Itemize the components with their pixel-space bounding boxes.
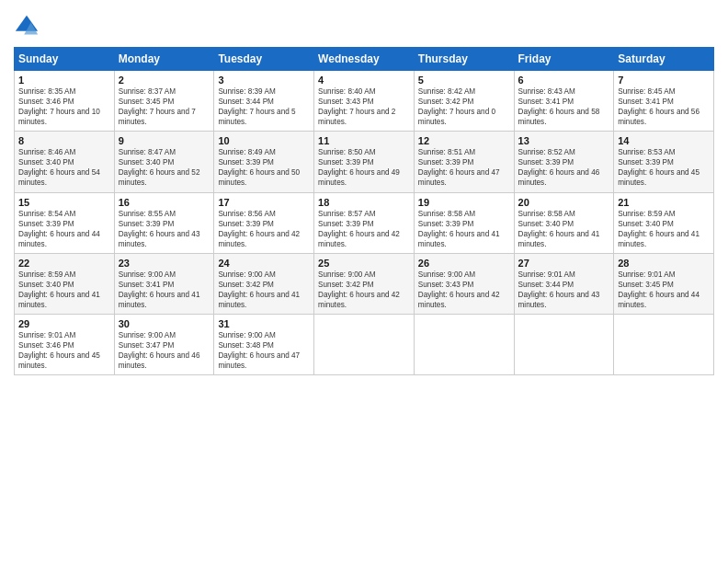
day-info: Sunrise: 8:47 AMSunset: 3:40 PMDaylight:… — [119, 147, 210, 188]
day-number: 17 — [218, 197, 310, 208]
day-number: 31 — [218, 318, 310, 329]
calendar-cell: 20Sunrise: 8:58 AMSunset: 3:40 PMDayligh… — [514, 192, 614, 253]
day-number: 24 — [218, 258, 310, 269]
day-number: 8 — [18, 135, 110, 146]
calendar-cell: 5Sunrise: 8:42 AMSunset: 3:42 PMDaylight… — [414, 71, 514, 132]
day-info: Sunrise: 8:40 AMSunset: 3:43 PMDaylight:… — [318, 86, 410, 127]
calendar-cell: 2Sunrise: 8:37 AMSunset: 3:45 PMDaylight… — [114, 71, 214, 132]
calendar-header-row: SundayMondayTuesdayWednesdayThursdayFrid… — [15, 48, 714, 71]
day-info: Sunrise: 9:00 AMSunset: 3:43 PMDaylight:… — [418, 270, 510, 310]
day-info: Sunrise: 8:59 AMSunset: 3:40 PMDaylight:… — [618, 209, 710, 249]
day-info: Sunrise: 8:56 AMSunset: 3:39 PMDaylight:… — [218, 209, 310, 249]
calendar-cell: 12Sunrise: 8:51 AMSunset: 3:39 PMDayligh… — [414, 132, 514, 192]
day-info: Sunrise: 8:37 AMSunset: 3:45 PMDaylight:… — [119, 86, 210, 127]
day-number: 6 — [518, 75, 610, 86]
day-info: Sunrise: 8:58 AMSunset: 3:39 PMDaylight:… — [418, 209, 510, 249]
day-number: 19 — [418, 197, 510, 208]
calendar-cell: 6Sunrise: 8:43 AMSunset: 3:41 PMDaylight… — [514, 71, 614, 132]
calendar-cell: 22Sunrise: 8:59 AMSunset: 3:40 PMDayligh… — [15, 253, 115, 314]
day-number: 7 — [618, 75, 710, 86]
calendar-header-sunday: Sunday — [15, 48, 115, 71]
day-number: 21 — [618, 197, 710, 208]
day-number: 1 — [18, 75, 110, 86]
calendar-cell: 21Sunrise: 8:59 AMSunset: 3:40 PMDayligh… — [614, 192, 714, 253]
calendar-header-tuesday: Tuesday — [214, 48, 314, 71]
day-number: 15 — [18, 197, 110, 208]
day-number: 27 — [518, 258, 610, 269]
day-info: Sunrise: 8:58 AMSunset: 3:40 PMDaylight:… — [518, 209, 610, 249]
day-number: 9 — [119, 135, 210, 146]
calendar-cell: 23Sunrise: 9:00 AMSunset: 3:41 PMDayligh… — [114, 253, 214, 314]
day-info: Sunrise: 9:00 AMSunset: 3:42 PMDaylight:… — [318, 270, 410, 310]
calendar-cell: 15Sunrise: 8:54 AMSunset: 3:39 PMDayligh… — [15, 192, 115, 253]
calendar-week-row: 29Sunrise: 9:01 AMSunset: 3:46 PMDayligh… — [15, 315, 714, 375]
calendar-cell — [514, 315, 614, 375]
day-info: Sunrise: 9:00 AMSunset: 3:47 PMDaylight:… — [119, 330, 210, 371]
day-info: Sunrise: 9:00 AMSunset: 3:48 PMDaylight:… — [218, 330, 310, 371]
calendar-cell: 13Sunrise: 8:52 AMSunset: 3:39 PMDayligh… — [514, 132, 614, 192]
day-info: Sunrise: 9:01 AMSunset: 3:45 PMDaylight:… — [618, 270, 710, 310]
calendar-cell: 27Sunrise: 9:01 AMSunset: 3:44 PMDayligh… — [514, 253, 614, 314]
calendar-cell: 7Sunrise: 8:45 AMSunset: 3:41 PMDaylight… — [614, 71, 714, 132]
day-info: Sunrise: 9:01 AMSunset: 3:46 PMDaylight:… — [18, 330, 110, 371]
day-info: Sunrise: 9:00 AMSunset: 3:41 PMDaylight:… — [119, 270, 210, 310]
calendar-cell: 17Sunrise: 8:56 AMSunset: 3:39 PMDayligh… — [214, 192, 314, 253]
calendar-cell: 4Sunrise: 8:40 AMSunset: 3:43 PMDaylight… — [314, 71, 415, 132]
calendar-week-row: 15Sunrise: 8:54 AMSunset: 3:39 PMDayligh… — [15, 192, 714, 253]
calendar-cell: 30Sunrise: 9:00 AMSunset: 3:47 PMDayligh… — [114, 315, 214, 375]
calendar-cell: 25Sunrise: 9:00 AMSunset: 3:42 PMDayligh… — [314, 253, 415, 314]
day-info: Sunrise: 8:39 AMSunset: 3:44 PMDaylight:… — [218, 86, 310, 127]
day-info: Sunrise: 8:51 AMSunset: 3:39 PMDaylight:… — [418, 147, 510, 188]
calendar-header-friday: Friday — [514, 48, 614, 71]
calendar-cell — [314, 315, 415, 375]
calendar-table: SundayMondayTuesdayWednesdayThursdayFrid… — [14, 47, 714, 375]
day-info: Sunrise: 8:45 AMSunset: 3:41 PMDaylight:… — [618, 86, 710, 127]
day-number: 10 — [218, 135, 310, 146]
calendar-header-wednesday: Wednesday — [314, 48, 415, 71]
calendar-cell: 1Sunrise: 8:35 AMSunset: 3:46 PMDaylight… — [15, 71, 115, 132]
day-info: Sunrise: 8:43 AMSunset: 3:41 PMDaylight:… — [518, 86, 610, 127]
day-number: 11 — [318, 135, 410, 146]
calendar-cell: 8Sunrise: 8:46 AMSunset: 3:40 PMDaylight… — [15, 132, 115, 192]
day-number: 2 — [119, 75, 210, 86]
calendar-cell: 29Sunrise: 9:01 AMSunset: 3:46 PMDayligh… — [15, 315, 115, 375]
day-number: 13 — [518, 135, 610, 146]
day-number: 18 — [318, 197, 410, 208]
day-number: 30 — [119, 318, 210, 329]
day-number: 4 — [318, 75, 410, 86]
day-number: 12 — [418, 135, 510, 146]
page: SundayMondayTuesdayWednesdayThursdayFrid… — [0, 0, 728, 563]
day-info: Sunrise: 8:46 AMSunset: 3:40 PMDaylight:… — [18, 147, 110, 188]
calendar-cell — [614, 315, 714, 375]
calendar-header-saturday: Saturday — [614, 48, 714, 71]
day-info: Sunrise: 8:52 AMSunset: 3:39 PMDaylight:… — [518, 147, 610, 188]
calendar-cell: 31Sunrise: 9:00 AMSunset: 3:48 PMDayligh… — [214, 315, 314, 375]
calendar-cell: 26Sunrise: 9:00 AMSunset: 3:43 PMDayligh… — [414, 253, 514, 314]
logo — [14, 14, 43, 40]
day-number: 25 — [318, 258, 410, 269]
day-info: Sunrise: 9:01 AMSunset: 3:44 PMDaylight:… — [518, 270, 610, 310]
calendar-cell: 10Sunrise: 8:49 AMSunset: 3:39 PMDayligh… — [214, 132, 314, 192]
day-number: 22 — [18, 258, 110, 269]
calendar-cell: 19Sunrise: 8:58 AMSunset: 3:39 PMDayligh… — [414, 192, 514, 253]
day-number: 5 — [418, 75, 510, 86]
day-info: Sunrise: 8:49 AMSunset: 3:39 PMDaylight:… — [218, 147, 310, 188]
day-info: Sunrise: 8:57 AMSunset: 3:39 PMDaylight:… — [318, 209, 410, 249]
calendar-cell: 9Sunrise: 8:47 AMSunset: 3:40 PMDaylight… — [114, 132, 214, 192]
calendar-cell: 14Sunrise: 8:53 AMSunset: 3:39 PMDayligh… — [614, 132, 714, 192]
day-number: 29 — [18, 318, 110, 329]
day-number: 3 — [218, 75, 310, 86]
day-info: Sunrise: 8:50 AMSunset: 3:39 PMDaylight:… — [318, 147, 410, 188]
calendar-cell: 28Sunrise: 9:01 AMSunset: 3:45 PMDayligh… — [614, 253, 714, 314]
calendar-cell: 18Sunrise: 8:57 AMSunset: 3:39 PMDayligh… — [314, 192, 415, 253]
day-number: 28 — [618, 258, 710, 269]
day-number: 23 — [119, 258, 210, 269]
day-number: 16 — [119, 197, 210, 208]
day-info: Sunrise: 8:59 AMSunset: 3:40 PMDaylight:… — [18, 270, 110, 310]
day-number: 26 — [418, 258, 510, 269]
calendar-week-row: 8Sunrise: 8:46 AMSunset: 3:40 PMDaylight… — [15, 132, 714, 192]
calendar-cell — [414, 315, 514, 375]
calendar-header-thursday: Thursday — [414, 48, 514, 71]
day-info: Sunrise: 8:42 AMSunset: 3:42 PMDaylight:… — [418, 86, 510, 127]
logo-icon — [14, 14, 40, 40]
